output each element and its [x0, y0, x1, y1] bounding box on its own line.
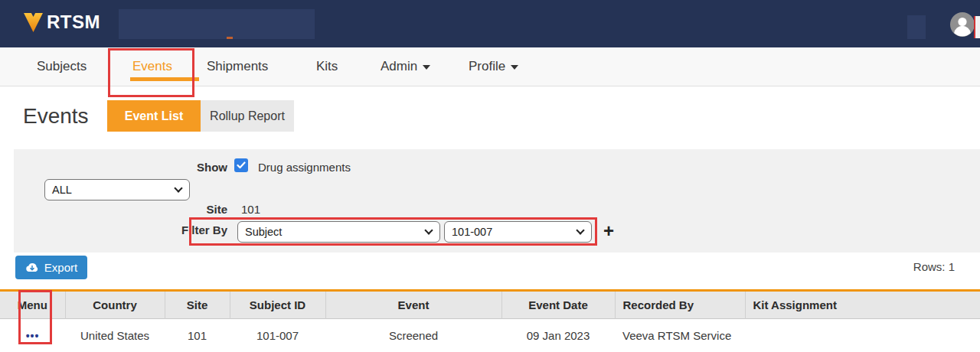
rtsm-app: RTSM Subjects Events Shipments Kits Adm [0, 0, 980, 352]
cell-subject-id: 101-007 [230, 319, 325, 352]
select-value: Subject [245, 226, 282, 238]
cell-country: United States [65, 319, 165, 352]
cell-site: 101 [165, 319, 230, 352]
active-tab-underline [130, 77, 199, 81]
nav-tab-shipments[interactable]: Shipments [207, 47, 268, 86]
nav-tab-admin[interactable]: Admin [381, 47, 430, 86]
chevron-down-icon [423, 65, 430, 70]
table-row: ••• United States 101 101-007 Screened 0… [0, 319, 980, 352]
chevron-down-icon [424, 226, 433, 234]
cloud-download-icon [25, 262, 39, 273]
nav-label: Kits [316, 59, 338, 74]
export-button[interactable]: Export [15, 256, 87, 279]
check-icon [237, 161, 246, 169]
nav-label: Admin [381, 59, 417, 74]
nav-label: Subjects [37, 59, 87, 74]
app-name: RTSM [47, 11, 100, 33]
cell-recorded-by: Veeva RTSM Service [615, 319, 745, 352]
column-header-kit-assignment: Kit Assignment [745, 291, 980, 319]
nav-label: Events [132, 59, 172, 74]
redaction-artifact [227, 37, 233, 39]
chevron-down-icon [174, 184, 182, 192]
column-header-recorded-by: Recorded By [615, 291, 745, 319]
export-label: Export [44, 261, 77, 274]
nav-label: Profile [469, 59, 505, 74]
column-header-site: Site [165, 291, 230, 319]
add-filter-button[interactable]: + [603, 220, 614, 242]
show-label: Show [180, 161, 227, 174]
row-menu-button[interactable]: ••• [26, 330, 40, 342]
page-title: Events [23, 104, 89, 129]
column-header-event-date: Event Date [501, 291, 615, 319]
site-label: Site [180, 203, 227, 216]
rows-count: Rows: 1 [913, 260, 955, 273]
redacted-header-item [907, 15, 926, 39]
select-value: ALL [52, 184, 72, 196]
nav-tab-subjects[interactable]: Subjects [37, 47, 87, 86]
chevron-down-icon [576, 226, 584, 234]
redacted-user-name [974, 16, 980, 38]
event-type-select[interactable]: ALL [44, 179, 190, 200]
top-header-bar: RTSM [0, 0, 980, 47]
filter-value-select[interactable]: 101-007 [444, 221, 592, 243]
veeva-v-icon [23, 12, 44, 33]
table-header-row: Menu Country Site Subject ID Event Event… [0, 291, 980, 319]
chevron-down-icon [511, 65, 518, 70]
column-header-subject-id: Subject ID [230, 291, 325, 319]
nav-tab-kits[interactable]: Kits [316, 47, 338, 86]
cell-event: Screened [325, 319, 501, 352]
select-value: 101-007 [452, 226, 492, 238]
events-table: Menu Country Site Subject ID Event Event… [0, 289, 980, 352]
cell-kit-assignment [745, 319, 980, 352]
column-header-country: Country [65, 291, 165, 319]
filter-field-select[interactable]: Subject [237, 221, 440, 243]
nav-tab-profile[interactable]: Profile [469, 47, 518, 86]
cell-event-date: 09 Jan 2023 [501, 319, 615, 352]
drug-assignments-checkbox[interactable] [234, 158, 248, 172]
tab-event-list[interactable]: Event List [107, 100, 201, 132]
user-avatar-icon[interactable] [950, 12, 975, 37]
drug-assignments-label: Drug assignments [258, 161, 351, 174]
tab-rollup-report[interactable]: Rollup Report [201, 100, 294, 132]
filter-by-label: Filter By [180, 223, 227, 236]
app-logo[interactable]: RTSM [23, 11, 100, 33]
column-header-menu: Menu [0, 291, 65, 319]
nav-label: Shipments [207, 59, 268, 74]
site-value: 101 [241, 203, 260, 216]
redacted-study-name [119, 9, 315, 39]
column-header-event: Event [325, 291, 501, 319]
